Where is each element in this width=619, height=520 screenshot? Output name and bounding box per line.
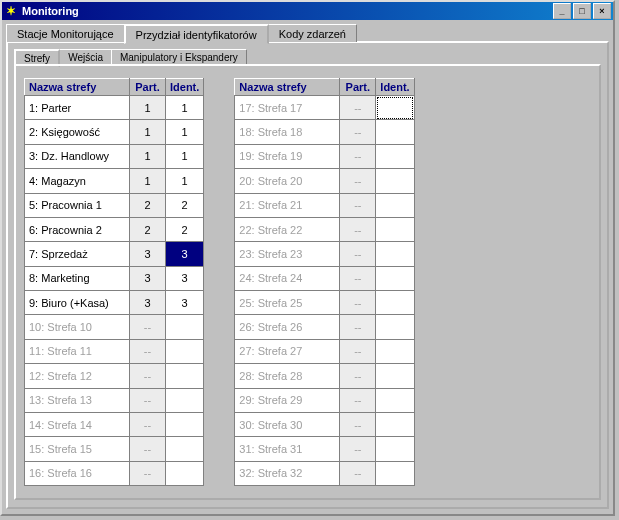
table-row[interactable]: 9: Biuro (+Kasa)33 <box>25 291 204 315</box>
cell-ident[interactable] <box>376 242 414 266</box>
col-header-name[interactable]: Nazwa strefy <box>25 79 130 96</box>
cell-zone-name[interactable]: 13: Strefa 13 <box>25 388 130 412</box>
cell-ident[interactable] <box>376 461 414 485</box>
cell-partition[interactable]: -- <box>340 193 376 217</box>
cell-zone-name[interactable]: 18: Strefa 18 <box>235 120 340 144</box>
cell-ident[interactable] <box>376 412 414 436</box>
cell-partition[interactable]: 2 <box>130 217 166 241</box>
cell-partition[interactable]: -- <box>340 412 376 436</box>
cell-ident[interactable] <box>166 339 204 363</box>
cell-zone-name[interactable]: 31: Strefa 31 <box>235 437 340 461</box>
cell-zone-name[interactable]: 2: Księgowość <box>25 120 130 144</box>
cell-ident[interactable]: 3 <box>166 266 204 290</box>
table-row[interactable]: 6: Pracownia 222 <box>25 217 204 241</box>
table-row[interactable]: 25: Strefa 25-- <box>235 291 414 315</box>
cell-ident[interactable] <box>376 315 414 339</box>
cell-zone-name[interactable]: 9: Biuro (+Kasa) <box>25 291 130 315</box>
table-row[interactable]: 17: Strefa 17-- <box>235 96 414 120</box>
cell-zone-name[interactable]: 1: Parter <box>25 96 130 120</box>
cell-partition[interactable]: 1 <box>130 144 166 168</box>
cell-partition[interactable]: 2 <box>130 193 166 217</box>
cell-partition[interactable]: -- <box>340 339 376 363</box>
table-row[interactable]: 8: Marketing33 <box>25 266 204 290</box>
cell-partition[interactable]: 1 <box>130 120 166 144</box>
cell-ident[interactable]: 1 <box>166 144 204 168</box>
cell-zone-name[interactable]: 14: Strefa 14 <box>25 412 130 436</box>
table-row[interactable]: 18: Strefa 18-- <box>235 120 414 144</box>
cell-ident[interactable]: 1 <box>166 96 204 120</box>
cell-zone-name[interactable]: 17: Strefa 17 <box>235 96 340 120</box>
table-row[interactable]: 2: Księgowość11 <box>25 120 204 144</box>
table-row[interactable]: 23: Strefa 23-- <box>235 242 414 266</box>
maximize-button[interactable]: □ <box>573 3 591 19</box>
cell-ident[interactable] <box>376 169 414 193</box>
cell-ident[interactable] <box>376 437 414 461</box>
cell-partition[interactable]: 1 <box>130 96 166 120</box>
cell-partition[interactable]: -- <box>340 266 376 290</box>
table-row[interactable]: 12: Strefa 12-- <box>25 364 204 388</box>
table-row[interactable]: 26: Strefa 26-- <box>235 315 414 339</box>
table-row[interactable]: 20: Strefa 20-- <box>235 169 414 193</box>
table-row[interactable]: 7: Sprzedaż33 <box>25 242 204 266</box>
cell-zone-name[interactable]: 23: Strefa 23 <box>235 242 340 266</box>
cell-zone-name[interactable]: 4: Magazyn <box>25 169 130 193</box>
table-row[interactable]: 3: Dz. Handlowy11 <box>25 144 204 168</box>
table-row[interactable]: 16: Strefa 16-- <box>25 461 204 485</box>
cell-zone-name[interactable]: 19: Strefa 19 <box>235 144 340 168</box>
cell-ident[interactable] <box>376 217 414 241</box>
cell-partition[interactable]: -- <box>130 315 166 339</box>
table-row[interactable]: 15: Strefa 15-- <box>25 437 204 461</box>
cell-zone-name[interactable]: 7: Sprzedaż <box>25 242 130 266</box>
close-button[interactable]: × <box>593 3 611 19</box>
cell-partition[interactable]: 3 <box>130 242 166 266</box>
cell-ident[interactable]: 1 <box>166 169 204 193</box>
col-header-name[interactable]: Nazwa strefy <box>235 79 340 96</box>
cell-zone-name[interactable]: 29: Strefa 29 <box>235 388 340 412</box>
cell-ident[interactable] <box>166 437 204 461</box>
cell-ident[interactable] <box>166 388 204 412</box>
cell-partition[interactable]: 3 <box>130 291 166 315</box>
table-row[interactable]: 24: Strefa 24-- <box>235 266 414 290</box>
cell-ident[interactable] <box>376 144 414 168</box>
table-row[interactable]: 4: Magazyn11 <box>25 169 204 193</box>
table-row[interactable]: 28: Strefa 28-- <box>235 364 414 388</box>
cell-zone-name[interactable]: 3: Dz. Handlowy <box>25 144 130 168</box>
cell-ident[interactable] <box>376 339 414 363</box>
table-row[interactable]: 29: Strefa 29-- <box>235 388 414 412</box>
cell-partition[interactable]: -- <box>130 388 166 412</box>
cell-zone-name[interactable]: 22: Strefa 22 <box>235 217 340 241</box>
cell-partition[interactable]: -- <box>340 217 376 241</box>
col-header-ident[interactable]: Ident. <box>166 79 204 96</box>
cell-partition[interactable]: -- <box>340 388 376 412</box>
table-row[interactable]: 11: Strefa 11-- <box>25 339 204 363</box>
table-row[interactable]: 1: Parter11 <box>25 96 204 120</box>
cell-ident[interactable]: 1 <box>166 120 204 144</box>
cell-ident[interactable] <box>376 364 414 388</box>
outer-tab-0[interactable]: Stacje Monitorujące <box>6 24 125 42</box>
cell-partition[interactable]: -- <box>340 169 376 193</box>
table-row[interactable]: 30: Strefa 30-- <box>235 412 414 436</box>
cell-zone-name[interactable]: 26: Strefa 26 <box>235 315 340 339</box>
cell-ident[interactable]: 2 <box>166 193 204 217</box>
cell-ident[interactable] <box>376 291 414 315</box>
table-row[interactable]: 27: Strefa 27-- <box>235 339 414 363</box>
table-row[interactable]: 21: Strefa 21-- <box>235 193 414 217</box>
cell-ident[interactable] <box>376 266 414 290</box>
table-row[interactable]: 19: Strefa 19-- <box>235 144 414 168</box>
cell-partition[interactable]: -- <box>340 291 376 315</box>
cell-ident[interactable]: 3 <box>166 242 204 266</box>
cell-ident[interactable] <box>166 364 204 388</box>
cell-partition[interactable]: -- <box>130 461 166 485</box>
cell-partition[interactable]: -- <box>340 120 376 144</box>
col-header-part[interactable]: Part. <box>130 79 166 96</box>
cell-zone-name[interactable]: 20: Strefa 20 <box>235 169 340 193</box>
cell-zone-name[interactable]: 27: Strefa 27 <box>235 339 340 363</box>
cell-partition[interactable]: -- <box>340 144 376 168</box>
cell-partition[interactable]: -- <box>340 315 376 339</box>
cell-ident[interactable] <box>376 120 414 144</box>
col-header-ident[interactable]: Ident. <box>376 79 414 96</box>
cell-ident[interactable] <box>376 96 414 120</box>
cell-zone-name[interactable]: 12: Strefa 12 <box>25 364 130 388</box>
cell-zone-name[interactable]: 10: Strefa 10 <box>25 315 130 339</box>
cell-zone-name[interactable]: 24: Strefa 24 <box>235 266 340 290</box>
